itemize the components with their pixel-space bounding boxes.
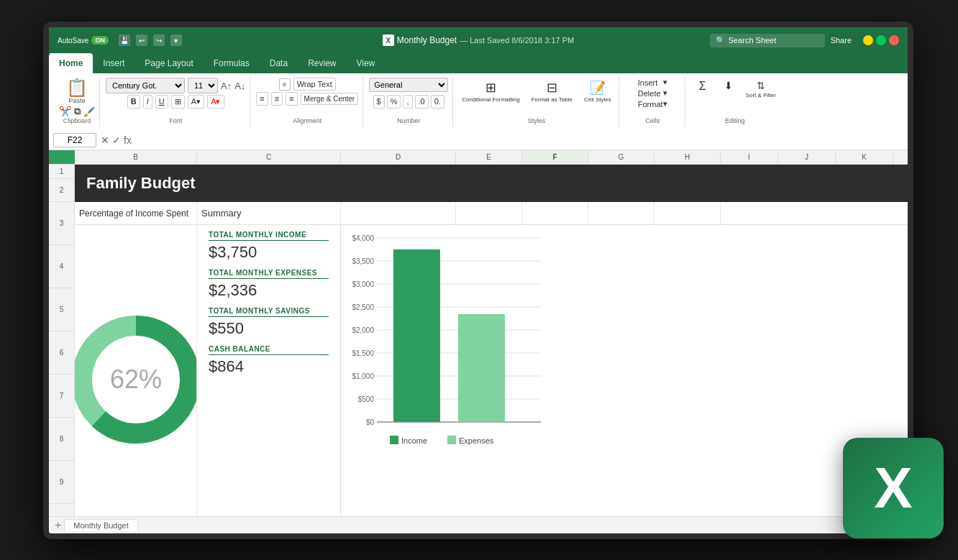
tab-data[interactable]: Data xyxy=(260,53,298,73)
row-header-corner xyxy=(49,150,75,165)
autosum-button[interactable]: Σ xyxy=(691,78,714,101)
cell-styles-button[interactable]: 📝 Cell Styles xyxy=(581,78,614,106)
cell-styles-label: Cell Styles xyxy=(584,96,611,104)
cells-label: Cells xyxy=(645,117,660,126)
search-box[interactable]: 🔍 Search Sheet xyxy=(710,34,825,47)
share-button[interactable]: Share xyxy=(831,36,852,45)
minimize-btn[interactable] xyxy=(863,35,873,45)
copy-icon[interactable]: ⧉ xyxy=(74,106,81,117)
increase-decimal-button[interactable]: .0 xyxy=(415,95,429,109)
summary-label[interactable]: Summary xyxy=(197,202,341,224)
row-num-8: 8 xyxy=(49,418,74,461)
font-color-button[interactable]: A▾ xyxy=(207,95,224,109)
tab-page-layout[interactable]: Page Layout xyxy=(134,53,203,73)
currency-button[interactable]: $ xyxy=(373,95,385,109)
excel-window: AutoSave ON 💾 ↩ ↪ ▾ X Monthly Budget — L… xyxy=(49,27,908,533)
alignment-group: ≡ Wrap Text ≡ ≡ ≡ Merge & Center Alignme… xyxy=(252,76,363,127)
align-center-button[interactable]: ≡ xyxy=(271,92,283,106)
cash-balance-item: CASH BALANCE $864 xyxy=(209,345,329,376)
wrap-text-label[interactable]: Wrap Text xyxy=(293,78,336,91)
bar-chart-svg: $4,000 $3,500 $3,000 $2,500 $2,000 $1,50… xyxy=(347,231,555,454)
delete-dropdown-icon: ▾ xyxy=(663,88,667,98)
tab-home[interactable]: Home xyxy=(49,53,93,73)
font-size-selector[interactable]: 11 xyxy=(188,78,218,93)
formula-input[interactable] xyxy=(136,134,903,147)
format-painter-icon[interactable]: 🖌️ xyxy=(83,106,95,117)
format-cells-button[interactable]: Format ▾ xyxy=(638,99,667,109)
title-bar: AutoSave ON 💾 ↩ ↪ ▾ X Monthly Budget — L… xyxy=(49,27,908,53)
border-button[interactable]: ⊞ xyxy=(171,95,185,109)
svg-text:62%: 62% xyxy=(109,364,161,394)
confirm-formula-icon[interactable]: ✓ xyxy=(112,134,121,146)
close-btn[interactable] xyxy=(889,35,899,45)
excel-x-letter: X xyxy=(874,455,912,521)
title-bar-icons: 💾 ↩ ↪ ▾ xyxy=(119,35,182,46)
row-num-7: 7 xyxy=(49,375,74,418)
bold-button[interactable]: B xyxy=(127,95,140,109)
fill-color-button[interactable]: A▾ xyxy=(188,95,204,109)
save-icon[interactable]: 💾 xyxy=(119,35,130,46)
cell-reference[interactable] xyxy=(53,133,96,147)
total-savings-value[interactable]: $550 xyxy=(209,319,329,338)
col-headers: B C D E F G H I J K xyxy=(75,150,908,165)
cancel-formula-icon[interactable]: ✕ xyxy=(101,134,109,146)
insert-dropdown-icon: ▾ xyxy=(663,78,667,87)
excel-badge: X xyxy=(843,438,944,538)
total-income-value[interactable]: $3,750 xyxy=(209,243,329,262)
col-header-k: K xyxy=(836,150,893,164)
tab-view[interactable]: View xyxy=(346,53,385,73)
total-savings-item: TOTAL MONTHLY SAVINGS $550 xyxy=(209,307,329,338)
labels-row: Percentage of Income Spent Summary xyxy=(75,202,908,225)
sheet-tab-monthly-budget[interactable]: Monthly Budget xyxy=(64,519,137,531)
maximize-btn[interactable] xyxy=(876,35,886,45)
increase-font-icon[interactable]: A↑ xyxy=(221,81,232,91)
tab-insert[interactable]: Insert xyxy=(93,53,134,73)
fill-button[interactable]: ⬇ xyxy=(717,78,740,101)
decrease-font-icon[interactable]: A↓ xyxy=(234,81,245,91)
align-left-button[interactable]: ≡ xyxy=(256,92,268,106)
font-selector[interactable]: Century Got. xyxy=(106,78,185,93)
add-sheet-btn[interactable]: + xyxy=(55,519,61,532)
format-table-icon: ⊟ xyxy=(547,80,557,96)
redo-icon[interactable]: ↪ xyxy=(153,35,165,46)
merge-center-label[interactable]: Merge & Center xyxy=(301,93,359,105)
conditional-formatting-label: Conditional Formatting xyxy=(462,96,519,104)
undo-icon[interactable]: ↩ xyxy=(136,35,147,46)
sort-filter-button[interactable]: ⇅ Sort & Filter xyxy=(743,78,779,101)
format-as-table-button[interactable]: ⊟ Format as Table xyxy=(529,78,575,106)
paste-button[interactable]: 📋 Paste xyxy=(60,78,93,106)
insert-function-icon[interactable]: fx xyxy=(124,134,132,146)
underline-button[interactable]: U xyxy=(155,95,168,109)
decrease-decimal-button[interactable]: 0. xyxy=(431,95,444,109)
total-expenses-value[interactable]: $2,336 xyxy=(209,281,329,300)
spreadsheet-title[interactable]: Family Budget xyxy=(75,165,908,202)
align-right-button[interactable]: ≡ xyxy=(286,92,297,106)
col-header-f: F xyxy=(522,150,588,164)
tab-formulas[interactable]: Formulas xyxy=(204,53,260,73)
col-header-h: H xyxy=(654,150,721,164)
row-num-9: 9 xyxy=(49,461,74,504)
comma-button[interactable]: , xyxy=(403,95,412,109)
tab-review[interactable]: Review xyxy=(298,53,346,73)
alignment-label: Alignment xyxy=(293,117,321,126)
conditional-formatting-icon: ⊞ xyxy=(485,80,496,96)
income-legend-swatch xyxy=(390,436,398,444)
autosave-toggle[interactable]: ON xyxy=(91,36,109,45)
delete-cells-button[interactable]: Delete ▾ xyxy=(638,88,667,98)
bar-chart-section: $4,000 $3,500 $3,000 $2,500 $2,000 $1,50… xyxy=(341,225,908,516)
percent-button[interactable]: % xyxy=(387,95,401,109)
insert-cells-button[interactable]: Insert ▾ xyxy=(638,78,667,87)
donut-wrapper: 62% xyxy=(75,308,197,451)
more-icon[interactable]: ▾ xyxy=(170,35,182,46)
insert-label: Insert xyxy=(638,78,658,87)
italic-button[interactable]: I xyxy=(143,95,152,109)
cell-styles-icon: 📝 xyxy=(590,80,606,96)
conditional-formatting-button[interactable]: ⊞ Conditional Formatting xyxy=(459,78,522,106)
pct-income-label[interactable]: Percentage of Income Spent xyxy=(75,202,197,224)
cut-icon[interactable]: ✂️ xyxy=(59,106,71,117)
fill-icon: ⬇ xyxy=(724,80,733,91)
cash-balance-value[interactable]: $864 xyxy=(209,357,329,376)
total-income-label: TOTAL MONTHLY INCOME xyxy=(209,231,329,241)
number-format-selector[interactable]: General xyxy=(369,78,448,92)
paste-label: Paste xyxy=(68,97,85,104)
